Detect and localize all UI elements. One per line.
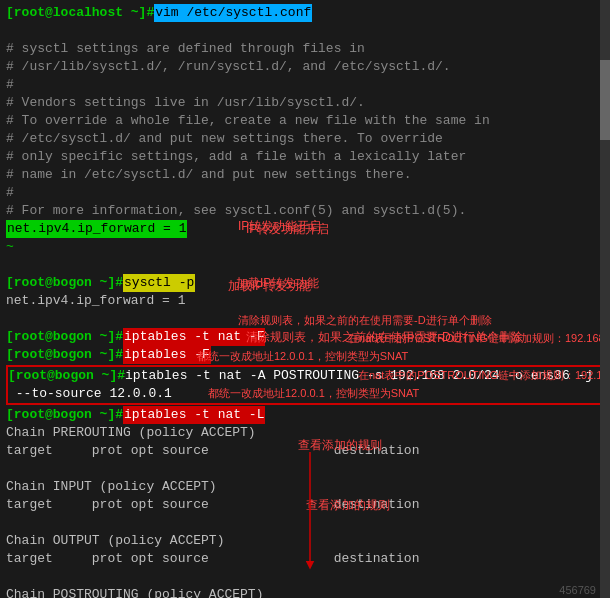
chain-output: Chain OUTPUT (policy ACCEPT): [6, 532, 604, 550]
annotation-postrouting-abs: 在nat表中的POSTROUTING链中添加规则：192.168.2.0/24网…: [348, 331, 610, 346]
cmd-vim: vim /etc/sysctl.conf: [154, 4, 312, 22]
prompt-bogon-2: [root@bogon ~]#: [6, 328, 123, 346]
annotation-sysctl-abs: 加载IP转发功能: [228, 278, 311, 295]
scrollbar-thumb[interactable]: [600, 60, 610, 140]
cmd-sysctl-p: sysctl -p: [123, 274, 195, 292]
tilde-line: ~: [6, 238, 604, 256]
blank-6: [6, 568, 604, 586]
ipv4-setting: net.ipv4.ip_forward = 1: [6, 220, 187, 238]
comment-4: # Vendors settings live in /usr/lib/sysc…: [6, 94, 604, 112]
comment-3: #: [6, 76, 604, 94]
chain-input: Chain INPUT (policy ACCEPT): [6, 478, 604, 496]
prompt-bogon-5: [root@bogon ~]#: [6, 406, 123, 424]
scrollbar[interactable]: [600, 0, 610, 598]
terminal: [root@localhost ~]#vim /etc/sysctl.conf …: [0, 0, 610, 598]
chain-postrouting: Chain POSTROUTING (policy ACCEPT): [6, 586, 604, 598]
blank-1: [6, 22, 604, 40]
annotation-postrouting: 在nat表中的POSTROUTING链中添加规则：192.168.2.0/24网…: [358, 366, 610, 384]
annotation-clear-abs: 清除规则表，如果之前的在使用需要-D进行单个删除: [238, 313, 492, 328]
cmd-iptables-nat-l: iptables -t nat -L: [123, 406, 265, 424]
prompt-bogon-3: [root@bogon ~]#: [6, 346, 123, 364]
comment-5: # To override a whole file, create a new…: [6, 112, 604, 130]
watermark: 456769: [559, 584, 596, 596]
iptables-nat-l-line: [root@bogon ~]#iptables -t nat -L: [6, 406, 604, 424]
prompt-bogon-4: [root@bogon ~]#: [8, 367, 125, 385]
blank-2: [6, 256, 604, 274]
comment-7: # only specific settings, add a file wit…: [6, 148, 604, 166]
chain-output-cols: target prot opt source destination: [6, 550, 604, 568]
annotation-ip-forward-abs: IP转发功能开启: [238, 218, 321, 235]
iptables-tosource-line: --to-source 12.0.0.1 都统一改成地址12.0.0.1，控制类…: [8, 385, 602, 403]
annotation-view-rules: 查看添加的规则: [306, 496, 390, 514]
comment-8: # name in /etc/sysctl.d/ and put new set…: [6, 166, 604, 184]
cmd-to-source: --to-source 12.0.0.1: [8, 385, 172, 403]
comment-6: # /etc/sysctl.d/ and put new settings th…: [6, 130, 604, 148]
comment-2: # /usr/lib/sysctl.d/, /run/sysctl.d/, an…: [6, 58, 604, 76]
blank-5: [6, 514, 604, 532]
blank-4: [6, 460, 604, 478]
comment-1: # sysctl settings are defined through fi…: [6, 40, 604, 58]
comment-9: #: [6, 184, 604, 202]
annotation-view-rules-abs: 查看添加的规则: [298, 437, 382, 454]
iptables-postrouting-line: [root@bogon ~]#iptables -t nat -A POSTRO…: [8, 367, 602, 385]
chain-input-cols: target prot opt source destination 查看添加的…: [6, 496, 604, 514]
iptables-postrouting-block: [root@bogon ~]#iptables -t nat -A POSTRO…: [6, 365, 604, 405]
annotation-snat-detail: 都统一改成地址12.0.0.1，控制类型为SNAT: [208, 384, 419, 402]
annotation-snat-detail-abs: 都统一改成地址12.0.0.1，控制类型为SNAT: [197, 349, 408, 364]
prompt-bogon-1: [root@bogon ~]#: [6, 274, 123, 292]
cmd-iptables-nat-f: iptables -t nat -F: [123, 328, 265, 346]
line-vim-cmd: [root@localhost ~]#vim /etc/sysctl.conf: [6, 4, 604, 22]
prompt-localhost: [root@localhost ~]#: [6, 4, 154, 22]
